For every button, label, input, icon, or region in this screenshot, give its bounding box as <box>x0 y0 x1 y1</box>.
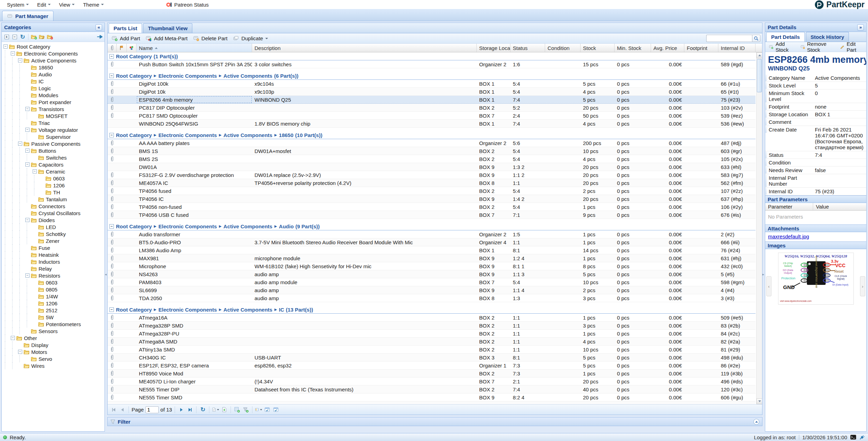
part-row[interactable]: ATmega8A SMD BOX 2 1:1 4 pcs 0 pcs 0.00€… <box>108 338 756 346</box>
next-page-button[interactable] <box>178 406 185 413</box>
toggle-view-button-2[interactable] <box>273 406 279 413</box>
add-filter-button[interactable] <box>242 406 249 413</box>
import-button[interactable] <box>221 406 228 413</box>
tree-node[interactable]: −Root Category <box>3 43 105 50</box>
tree-collapse-toggle[interactable]: − <box>18 58 22 62</box>
previous-image-button[interactable]: ‹ <box>766 276 771 296</box>
collapse-all-button[interactable]: − <box>11 34 18 40</box>
splitter-collapse-icon[interactable]: ◂ <box>105 272 107 276</box>
reload-categories-button[interactable]: ↻ <box>19 34 26 40</box>
column-desc[interactable]: Description <box>252 44 477 52</box>
menu-system[interactable]: System <box>3 1 33 8</box>
part-row[interactable]: ME4057D Li-Ion charger (!)4.34V BOX 7 2:… <box>108 378 756 385</box>
tree-node[interactable]: 2512 <box>3 307 105 314</box>
part-row[interactable]: ESP12F, ESP32, ESP camera esp8266, esp32… <box>108 362 756 370</box>
group-collapse-icon[interactable]: − <box>109 54 114 59</box>
column-name[interactable]: Name <box>136 44 252 52</box>
add-meta-part-button[interactable]: Add Meta-Part <box>143 34 190 42</box>
part-row[interactable]: BMS 2S BOX 2 5:4 4 pcs 0 pcs 0.00€ 105 (… <box>108 155 756 163</box>
tree-node[interactable]: Sensors <box>3 328 105 334</box>
search-icon[interactable] <box>752 35 760 42</box>
tab-parts-list[interactable]: Parts List <box>109 23 142 33</box>
tree-node[interactable]: −Voltage regulator <box>3 126 105 133</box>
tree-node[interactable]: Wires <box>3 362 105 369</box>
group-collapse-icon[interactable]: − <box>109 74 114 78</box>
part-row[interactable]: NE555 Timer SMD BOX 9 8:2 4 20 pcs 0 pcs… <box>108 393 756 401</box>
menu-theme[interactable]: Theme <box>80 1 108 8</box>
splitter-collapse-icon[interactable]: ▸ <box>762 272 764 276</box>
previous-page-button[interactable] <box>119 406 126 413</box>
tree-node[interactable]: −Active Components <box>3 57 105 64</box>
part-image[interactable]: W25Q16, W25Q32, W25Q64, W25Q128 winbond … <box>778 253 854 305</box>
tree-node[interactable]: Triac <box>3 119 105 126</box>
tree-node[interactable]: MOSFET <box>3 112 105 119</box>
tree-node[interactable]: 5W <box>3 314 105 321</box>
first-page-button[interactable] <box>110 406 117 413</box>
refresh-button[interactable]: ↻ <box>199 406 206 413</box>
part-row[interactable]: BT5.0-Audio-PRO 3.7-5V Mini Bluetooth St… <box>108 238 756 246</box>
part-row[interactable]: ATmega328P SMD BOX 2 1:1 3 pcs 0 pcs 0.0… <box>108 322 756 330</box>
part-row[interactable] <box>108 401 756 404</box>
part-row[interactable]: Audio transformer Organizer 2 1:5 1 pcs … <box>108 230 756 238</box>
toggle-view-button-1[interactable] <box>264 406 271 413</box>
last-page-button[interactable] <box>186 406 193 413</box>
group-collapse-icon[interactable]: − <box>109 133 114 137</box>
expand-filter-button[interactable] <box>753 419 759 425</box>
tree-collapse-toggle[interactable]: − <box>25 218 30 222</box>
tree-collapse-toggle[interactable]: − <box>25 149 30 153</box>
tree-node[interactable]: 1/4W <box>3 293 105 300</box>
tree-node[interactable]: Heatsink <box>3 251 105 258</box>
tree-node[interactable]: Audio <box>3 71 105 78</box>
add-part-button[interactable]: Add Part <box>109 34 142 42</box>
add-stock-button[interactable]: Add Stock <box>767 40 797 54</box>
assign-parts-to-category-button[interactable] <box>97 34 103 40</box>
tree-collapse-toggle[interactable]: − <box>33 169 37 173</box>
collapse-right-panel-button[interactable]: » <box>857 24 864 31</box>
tree-node[interactable]: TH <box>3 189 105 196</box>
column-flag[interactable] <box>117 44 127 52</box>
menu-view[interactable]: View <box>56 1 79 8</box>
search-input[interactable] <box>706 35 752 42</box>
group-header[interactable]: − Root Category▶Electronic Components▶Ac… <box>108 222 756 230</box>
tree-node[interactable]: Inductors <box>3 258 105 265</box>
tree-node[interactable]: Port expander <box>3 99 105 105</box>
part-row[interactable]: FS312F-G 2.9V overdischarge protection D… <box>108 171 756 179</box>
column-attachment[interactable] <box>108 44 117 52</box>
edit-category-button[interactable] <box>39 34 45 40</box>
left-splitter[interactable]: ◂ <box>105 23 107 432</box>
tree-node[interactable]: Connectors <box>3 203 105 210</box>
group-header[interactable]: − Root Category▶Electronic Components▶Ac… <box>108 306 756 314</box>
part-row[interactable]: SL6699 audio amp BOX 9 1:1 4 2 pcs 0 pcs… <box>108 286 756 294</box>
tree-node[interactable]: −Transistors <box>3 105 105 112</box>
duplicate-button[interactable]: Duplicate <box>231 34 270 42</box>
column-cond[interactable]: Condition <box>545 44 581 52</box>
column-fp[interactable]: Footprint <box>684 44 718 52</box>
part-row[interactable]: TP4056 fused BOX 2 5:4 2 pcs 0 pcs 0.00€… <box>108 187 756 195</box>
tree-node[interactable]: −Motors <box>3 348 105 355</box>
scrollbar-thumb[interactable] <box>757 59 762 92</box>
group-header[interactable]: − Root Category▶Electronic Components▶Ac… <box>108 131 756 139</box>
configure-columns-button[interactable] <box>255 406 262 413</box>
part-row[interactable]: CH340G IC USB-UART BOX 3 8:1 5 pcs 0 pcs… <box>108 354 756 362</box>
export-button[interactable] <box>212 406 219 413</box>
tree-node[interactable]: Crystal Oscillators <box>3 210 105 217</box>
part-row[interactable]: ESP8266 4mb memory WINBOND Q25 BOX 1 7:4… <box>108 96 756 104</box>
part-row[interactable]: Microphone WM-61B102 (fake) High Senseti… <box>108 262 756 270</box>
next-image-button[interactable]: › <box>860 276 865 296</box>
group-collapse-icon[interactable]: − <box>109 224 114 229</box>
add-grid-view-button[interactable] <box>234 406 241 413</box>
column-min[interactable]: Min. Stock <box>615 44 651 52</box>
tree-node[interactable]: −Passive Components <box>3 140 105 147</box>
tree-collapse-toggle[interactable]: − <box>18 142 22 146</box>
part-row[interactable]: PC817 SMD Optocoupler BOX 7 2:4 50 pcs 0… <box>108 112 756 120</box>
part-row[interactable]: TP4056 non-fused BOX 2 5:4 1 pcs 0 pcs 0… <box>108 203 756 211</box>
tree-collapse-toggle[interactable]: − <box>18 350 22 354</box>
remove-stock-button[interactable]: Remove Stock <box>798 40 836 54</box>
edit-part-button[interactable]: Edit Part <box>838 40 865 54</box>
tree-collapse-toggle[interactable]: − <box>25 107 30 111</box>
part-row[interactable]: MAX981 microphone module BOX 9 1:2 4 1 p… <box>108 254 756 262</box>
tree-node[interactable]: Servo <box>3 355 105 362</box>
menu-edit[interactable]: Edit <box>34 1 55 8</box>
part-row[interactable]: HT8950 Voice Mod BOX 2 7:3 1 pcs 0 pcs 0… <box>108 370 756 378</box>
part-row[interactable]: AA AAA battery plates Organizer 2 5:6 20… <box>108 139 756 147</box>
